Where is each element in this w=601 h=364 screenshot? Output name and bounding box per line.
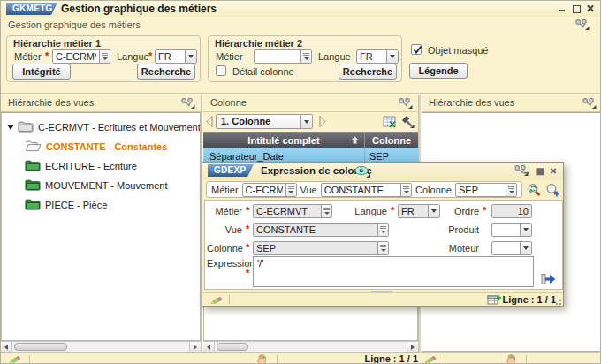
form-metier-label: Métier <box>207 206 242 216</box>
scroll-track[interactable] <box>12 342 189 352</box>
recherche-button-2[interactable]: Recherche <box>339 64 397 80</box>
form-metier-spinner[interactable] <box>321 205 331 217</box>
form-ordre-label: Ordre <box>433 206 479 216</box>
form-produit-label: Produit <box>433 224 479 235</box>
tree-node-piece[interactable]: PIECE - Pièce <box>2 195 200 214</box>
table-header-colonne[interactable]: Colonne <box>365 133 418 148</box>
dialog-maximize-icon[interactable] <box>536 168 544 175</box>
toolbar-vue-spinner[interactable] <box>400 184 411 196</box>
tree-node-label: MOUVEMENT - Mouvement <box>45 180 168 191</box>
form-colonne-input[interactable] <box>254 242 377 254</box>
form-langue-label: Langue <box>352 206 387 216</box>
required-marker: * <box>148 50 152 61</box>
toolbar-colonne-label: Colonne <box>415 185 452 195</box>
toolbar-vue-input[interactable] <box>322 184 400 196</box>
previous-record-icon[interactable] <box>205 115 214 128</box>
colonne-selector-dropdown[interactable]: 1. Colonne <box>216 114 313 129</box>
form-metier-wrap <box>253 204 332 218</box>
table-header-label: Colonne <box>372 135 411 146</box>
tree-node-root[interactable]: C-ECRMVT - Ecritures et Mouvements - Cli… <box>2 118 200 136</box>
scroll-left-icon[interactable] <box>1 342 12 352</box>
left-panel-hscrollbar[interactable] <box>1 341 201 352</box>
metier-input-2[interactable] <box>255 50 300 63</box>
detail-colonne-checkbox[interactable] <box>216 65 226 76</box>
colonne-panel-title: Colonne <box>210 97 247 108</box>
moteur-dropdown-arrow-icon[interactable] <box>520 242 531 254</box>
folder-gray-icon <box>18 120 34 134</box>
dropdown-arrow-icon[interactable] <box>300 115 312 128</box>
tree-node-constante[interactable]: CONSTANTE - Constantes <box>2 137 200 155</box>
langue-dropdown-arrow-icon[interactable] <box>185 50 196 63</box>
colonne-panel-hscrollbar[interactable] <box>203 341 418 352</box>
dialog-titlebar[interactable]: GDEXP Expression de colonne <box>202 163 563 180</box>
excel-export-icon[interactable] <box>383 116 397 128</box>
resize-grip[interactable] <box>552 296 561 305</box>
legende-button[interactable]: Légende <box>409 63 468 79</box>
scroll-left-icon[interactable] <box>203 342 215 352</box>
produit-dropdown-arrow-icon[interactable] <box>520 224 531 236</box>
colonne-panel-header: Colonne <box>203 95 418 112</box>
links-keys-icon[interactable] <box>180 97 195 110</box>
metier-input[interactable] <box>53 50 99 63</box>
scroll-right-icon[interactable] <box>407 342 418 352</box>
scroll-thumb[interactable] <box>217 343 248 351</box>
langue-label: Langue <box>117 51 149 62</box>
langue-select[interactable] <box>156 50 185 63</box>
langue-label-2: Langue <box>318 51 351 62</box>
eye-visibility-icon[interactable] <box>354 165 371 178</box>
scroll-thumb[interactable] <box>14 343 67 351</box>
tree-node-ecriture[interactable]: ECRITURE - Ecriture <box>2 156 200 175</box>
langue-select-2[interactable] <box>357 50 386 63</box>
scroll-track[interactable] <box>215 342 407 352</box>
dialog-minimize-icon[interactable] <box>523 168 531 175</box>
tree-node-mouvement[interactable]: MOUVEMENT - Mouvement <box>2 176 200 194</box>
form-expression-textarea[interactable]: '/' <box>253 256 534 287</box>
form-moteur-select[interactable] <box>492 242 520 254</box>
form-ordre-input[interactable] <box>492 205 531 217</box>
run-expression-icon[interactable] <box>541 272 557 286</box>
links-keys-icon[interactable] <box>574 19 590 31</box>
collapse-triangle-icon[interactable] <box>7 125 14 130</box>
toolbar-metier-spinner[interactable] <box>285 184 296 196</box>
sort-ascending-icon[interactable] <box>350 135 360 147</box>
objet-masque-checkbox[interactable] <box>411 44 422 55</box>
minimize-icon[interactable] <box>558 4 567 12</box>
tools-hammer-icon[interactable] <box>399 115 415 129</box>
views-tree: C-ECRMVT - Ecritures et Mouvements - Cli… <box>1 112 201 341</box>
form-metier-input[interactable] <box>254 205 321 217</box>
search-refresh-icon[interactable] <box>527 183 543 198</box>
recherche-button-1[interactable]: Recherche <box>137 64 195 80</box>
required-marker: * <box>391 205 394 216</box>
required-marker: * <box>246 224 249 234</box>
statusbar-separator <box>445 355 445 364</box>
required-marker: * <box>45 50 49 61</box>
form-langue-select[interactable] <box>399 205 428 217</box>
toolbar-colonne-spinner[interactable] <box>506 184 516 196</box>
table-add-icon[interactable] <box>487 294 502 306</box>
dialog-close-icon[interactable] <box>550 168 558 175</box>
integrite-button[interactable]: Intégrité <box>12 64 71 80</box>
dialog-record-position: Ligne : 1 / 1 <box>502 294 556 305</box>
statusbar-separator <box>526 355 527 364</box>
metier-spinner-2[interactable] <box>300 50 311 63</box>
toolbar-metier-input[interactable] <box>243 184 285 196</box>
table-header-intitule[interactable]: Intitulé complet <box>203 133 365 148</box>
toolbar-colonne-input[interactable] <box>456 184 506 196</box>
group-hierarchie-metier-1: Hiérarchie métier 1 Métier * Langue * In… <box>6 35 201 82</box>
close-icon[interactable] <box>586 4 595 12</box>
scroll-right-icon[interactable] <box>189 342 201 352</box>
dialog-form: Métier * Langue * Ordre * Vue * <box>204 200 563 290</box>
links-keys-icon[interactable] <box>398 97 413 110</box>
form-produit-select[interactable] <box>492 224 520 236</box>
form-vue-spinner[interactable] <box>377 224 388 236</box>
links-keys-icon[interactable] <box>582 97 597 110</box>
next-record-icon[interactable] <box>318 115 327 128</box>
form-vue-input[interactable] <box>254 224 377 236</box>
toolbar-vue-label: Vue <box>300 185 317 195</box>
form-moteur-label: Moteur <box>433 243 479 254</box>
metier-spinner[interactable] <box>99 50 110 63</box>
maximize-icon[interactable] <box>572 4 581 12</box>
langue-dropdown-arrow-icon-2[interactable] <box>386 50 398 63</box>
form-colonne-spinner[interactable] <box>377 242 388 254</box>
search-add-icon[interactable] <box>545 183 561 198</box>
